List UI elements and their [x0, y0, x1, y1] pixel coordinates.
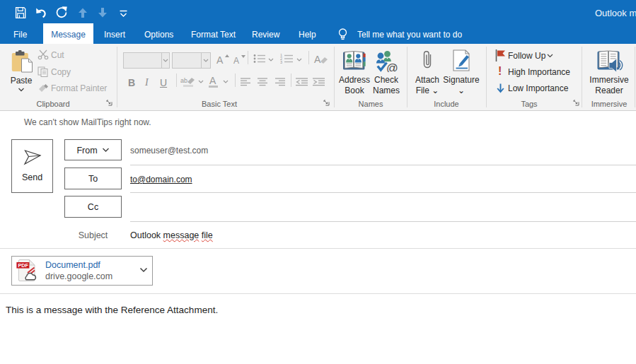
svg-text:ab: ab	[180, 77, 187, 84]
svg-text:PDF: PDF	[18, 262, 28, 269]
svg-text:@: @	[386, 61, 398, 73]
svg-text:3: 3	[280, 60, 282, 64]
